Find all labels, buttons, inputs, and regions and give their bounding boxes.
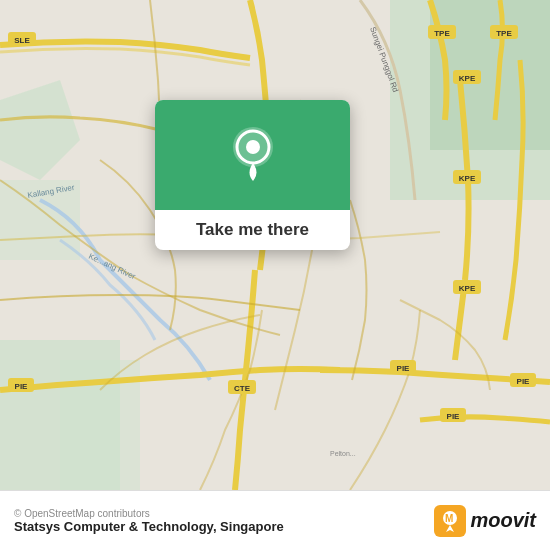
svg-text:PIE: PIE — [447, 412, 461, 421]
map-container: SLE CTE CTE TPE TPE KPE KPE KPE PIE PIE … — [0, 0, 550, 490]
svg-text:CTE: CTE — [234, 384, 251, 393]
svg-text:PIE: PIE — [397, 364, 411, 373]
svg-text:PIE: PIE — [517, 377, 531, 386]
svg-text:M: M — [445, 513, 453, 524]
svg-text:SLE: SLE — [14, 36, 30, 45]
location-name: Statsys Computer & Technology, Singapore — [14, 519, 284, 534]
popup-green-area — [155, 100, 350, 210]
svg-text:KPE: KPE — [459, 174, 476, 183]
location-pin-icon — [228, 125, 278, 185]
moovit-text: moovit — [470, 509, 536, 532]
svg-text:TPE: TPE — [496, 29, 512, 38]
attribution-text: © OpenStreetMap contributors — [14, 508, 284, 519]
moovit-brand-icon: M — [434, 505, 466, 537]
svg-text:PIE: PIE — [15, 382, 29, 391]
take-me-there-button[interactable]: Take me there — [155, 210, 350, 250]
svg-point-37 — [246, 140, 260, 154]
bottom-bar: © OpenStreetMap contributors Statsys Com… — [0, 490, 550, 550]
svg-text:TPE: TPE — [434, 29, 450, 38]
svg-text:KPE: KPE — [459, 74, 476, 83]
moovit-logo: M moovit — [434, 505, 536, 537]
svg-text:Pelton...: Pelton... — [330, 450, 356, 457]
popup-card: Take me there — [155, 100, 350, 250]
svg-text:KPE: KPE — [459, 284, 476, 293]
bottom-left-info: © OpenStreetMap contributors Statsys Com… — [14, 508, 284, 534]
